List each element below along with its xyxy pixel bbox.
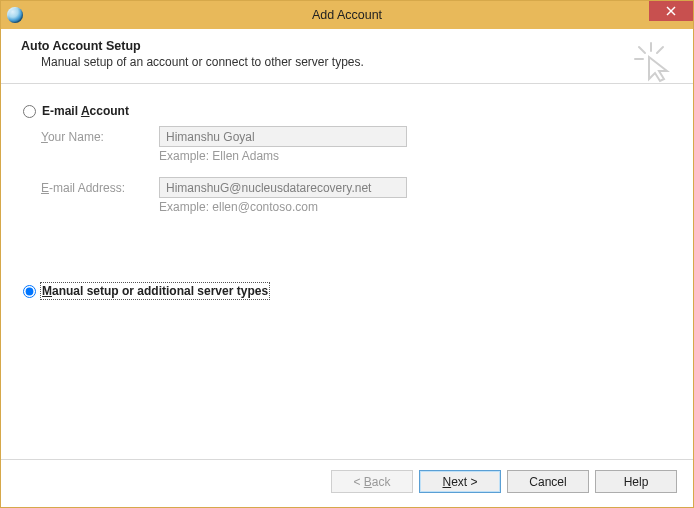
wizard-content: E-mail Account Your Name: Example: Ellen… [1, 84, 693, 459]
email-account-label: E-mail Account [42, 104, 129, 118]
manual-setup-option[interactable]: Manual setup or additional server types [23, 284, 268, 298]
email-address-example: Example: ellen@contoso.com [159, 200, 671, 214]
svg-line-5 [657, 47, 663, 53]
close-button[interactable] [649, 1, 693, 21]
page-subtitle: Manual setup of an account or connect to… [41, 55, 673, 69]
cancel-button[interactable]: Cancel [507, 470, 589, 493]
wizard-footer: < Back Next > Cancel Help [1, 459, 693, 507]
next-button[interactable]: Next > [419, 470, 501, 493]
your-name-input [159, 126, 407, 147]
email-address-label: E-mail Address: [41, 181, 159, 195]
email-form: Your Name: Example: Ellen Adams E-mail A… [41, 126, 671, 214]
wizard-header: Auto Account Setup Manual setup of an ac… [1, 29, 693, 84]
close-icon [666, 6, 676, 16]
titlebar: Add Account [1, 1, 693, 29]
your-name-example: Example: Ellen Adams [159, 149, 671, 163]
your-name-label: Your Name: [41, 130, 159, 144]
email-account-option[interactable]: E-mail Account [23, 104, 671, 118]
help-button[interactable]: Help [595, 470, 677, 493]
email-address-input [159, 177, 407, 198]
manual-setup-label: Manual setup or additional server types [42, 284, 268, 298]
add-account-dialog: Add Account Auto Account Setup Manual se… [0, 0, 694, 508]
page-title: Auto Account Setup [21, 39, 673, 53]
globe-icon [7, 7, 23, 23]
cursor-click-icon [633, 41, 675, 83]
manual-setup-radio[interactable] [23, 285, 36, 298]
email-account-radio[interactable] [23, 105, 36, 118]
window-title: Add Account [1, 8, 693, 22]
back-button: < Back [331, 470, 413, 493]
svg-line-4 [639, 47, 645, 53]
